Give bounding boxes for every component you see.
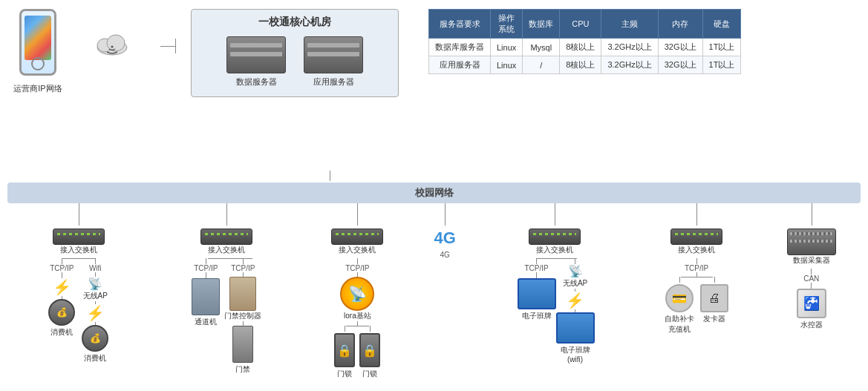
phone-area: 运营商IP网络 [12,9,64,94]
td-os-1: Linux [491,39,523,56]
protocol-tcpip-4: TCP/IP [345,264,369,272]
datacenter-box: 一校通核心机房 数据服务器 应用服务器 [191,9,399,97]
device-consume-2: 💰 消费机 [82,325,108,364]
device-consume-1: 💰 消费机 [48,299,75,338]
switch-area-3: 接入交换机 [331,229,383,255]
consume-img-2: 💰 [82,325,108,352]
switch-label-2: 接入交换机 [208,245,245,255]
lock-area: 🔒 门锁 🔒 门锁 [334,326,380,379]
lightning-1: ⚡ [53,278,71,296]
sub-col-wifi: Wifi 📡 无线AP ⚡ 💰 消费机 [79,258,112,364]
td-os-2: Linux [491,56,523,74]
device-badge-1: 电子班牌 [518,278,556,321]
td-cpu-2: 8核以上 [560,56,601,74]
device-water: 🚰 水控器 [797,289,826,330]
collector-img [787,229,836,255]
sub-col-gate: TCP/IP 通道机 [189,258,223,327]
top-section: 运营商IP网络 一校通核心机房 [0,0,868,171]
access-label: 门禁 [235,364,250,375]
4g-icon: 4G [434,229,456,248]
lightning-5: ⚡ [566,292,584,309]
protocol-tcpip-2: TCP/IP [194,264,218,272]
th-server-req: 服务器要求 [429,10,491,39]
specs-table: 服务器要求 操作系统 数据库 CPU 主频 内存 硬盘 数据库服务器 Linux… [428,9,741,74]
th-disk: 硬盘 [702,10,741,39]
td-freq-1: 3.2GHz以上 [601,39,658,56]
switch-img-3 [331,229,383,245]
switch-area-1: 接入交换机 [53,229,105,255]
th-os: 操作系统 [491,10,523,39]
access-img [232,326,253,363]
switch-area-6: 接入交换机 [670,229,722,255]
ap-label-5: 无线AP [563,278,587,289]
recharge-label: 自助补卡充值机 [665,314,694,335]
bottom-section: 接入交换机 TCP/IP ⚡ 💰 消费机 [0,203,868,391]
branch-area-1: TCP/IP ⚡ 💰 消费机 Wifi 📡 无线AP [45,258,112,364]
th-db: 数据库 [523,10,560,39]
td-name-2: 应用服务器 [429,56,491,74]
bottom-col-2: 接入交换机 TCP/IP 通道机 TCP/IP [150,203,303,387]
device-access: 门禁 [232,326,253,375]
access-ctrl-img [229,277,256,311]
datacenter-title: 一校通核心机房 [258,16,331,29]
sub-col-access: TCP/IP 门禁控制器 门禁 [223,258,264,375]
server2-item: 应用服务器 [304,36,363,88]
top-connector-line [0,171,868,181]
td-mem-2: 32G以上 [658,56,702,74]
bottom-col-6: 接入交换机 TCP/IP 💳 自助补卡充值机 🖨 发卡器 [631,203,763,387]
table-row: 应用服务器 Linux / 8核以上 3.2GHz以上 32G以上 1T以上 [429,56,741,74]
4g-area: 4G 4G [434,229,456,259]
badge-label-2: 电子班牌(wifi) [561,345,590,364]
main-container: 运营商IP网络 一校通核心机房 [0,0,868,391]
consume-img-1: 💰 [48,299,75,326]
td-disk-1: 1T以上 [702,39,741,56]
device-gate: 通道机 [192,278,220,327]
bottom-col-1: 接入交换机 TCP/IP ⚡ 💰 消费机 [7,203,150,387]
bottom-col-5: 接入交换机 TCP/IP 电子班牌 📡 无 [477,203,630,387]
badge-img-2 [556,312,595,344]
cloud-icon [94,31,131,58]
water-img: 🚰 [797,289,826,318]
device-recharge: 💳 自助补卡充值机 [665,277,694,335]
can-area: CAN 🚰 水控器 [797,269,826,330]
device-badge-2: 电子班牌(wifi) [556,312,595,364]
phone-icon [19,9,56,76]
cloud-area [79,9,146,58]
td-db-2: / [523,56,560,74]
lora-img: 📡 [340,277,374,311]
server1-item: 数据服务器 [226,36,286,88]
th-cpu: CPU [560,10,601,39]
switch-label-6: 接入交换机 [678,245,715,255]
protocol-tcpip-3: TCP/IP [231,264,255,272]
switch-label-3: 接入交换机 [339,245,376,255]
consume-label-2: 消费机 [84,353,106,364]
switch-area-5: 接入交换机 [529,229,581,255]
servers-row: 数据服务器 应用服务器 [226,36,363,88]
protocol-wifi-1: Wifi [89,264,102,272]
consume-label-1: 消费机 [50,327,73,338]
specs-area: 服务器要求 操作系统 数据库 CPU 主频 内存 硬盘 数据库服务器 Linux… [428,9,741,74]
gate-label: 通道机 [195,317,217,327]
lock-label-2: 门锁 [362,369,377,379]
switch-img-2 [200,229,252,245]
network-bar: 校园网络 [7,183,861,203]
switch-label-5: 接入交换机 [536,245,573,255]
protocol-can: CAN [803,275,819,283]
bottom-col-3: 接入交换机 TCP/IP 📡 lora基站 🔒 门锁 [303,203,412,387]
card-img: 🖨 [700,284,728,312]
water-label: 水控器 [800,320,823,330]
bottom-col-4: 4G 4G [412,203,477,387]
bottom-col-7: 数据采集器 CAN 🚰 水控器 [762,203,861,387]
badge-label-1: 电子班牌 [522,311,552,321]
sub-col-badge: TCP/IP 电子班牌 [518,258,556,321]
tcpip-area-6: TCP/IP 💳 自助补卡充值机 🖨 发卡器 [665,258,728,335]
sub-col-badge-wifi: 📡 无线AP ⚡ 电子班牌(wifi) [556,258,595,364]
td-db-1: Mysql [523,39,560,56]
protocol-tcpip-6: TCP/IP [685,264,708,272]
th-mem: 内存 [658,10,702,39]
switch-img-5 [529,229,581,245]
td-name-1: 数据库服务器 [429,39,491,56]
lock-img-1: 🔒 [334,333,355,367]
device-card: 🖨 发卡器 [700,277,728,335]
td-disk-2: 1T以上 [702,56,741,74]
